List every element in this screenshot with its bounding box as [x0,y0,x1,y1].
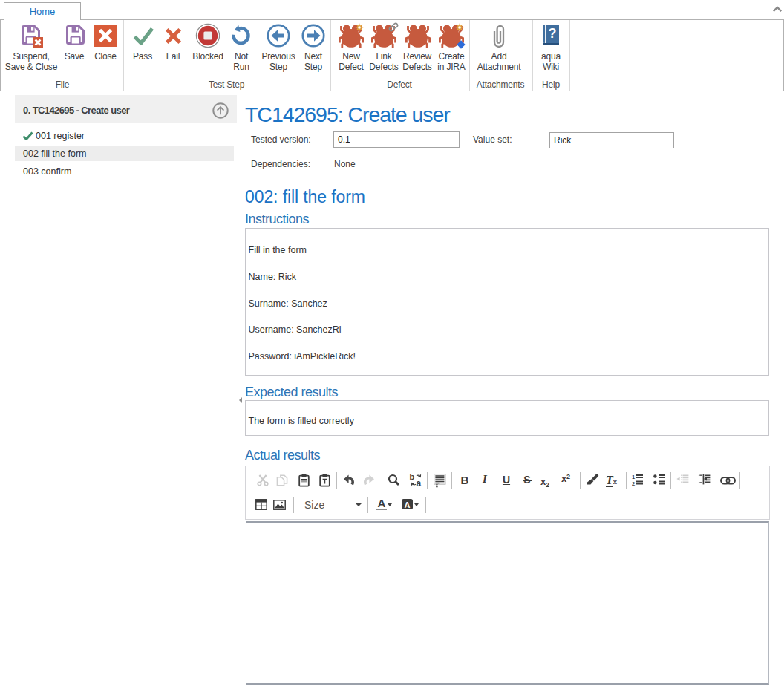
svg-text:?: ? [549,26,557,41]
svg-text:b: b [410,473,415,481]
svg-text:2: 2 [632,480,635,487]
svg-text:a: a [416,478,422,488]
